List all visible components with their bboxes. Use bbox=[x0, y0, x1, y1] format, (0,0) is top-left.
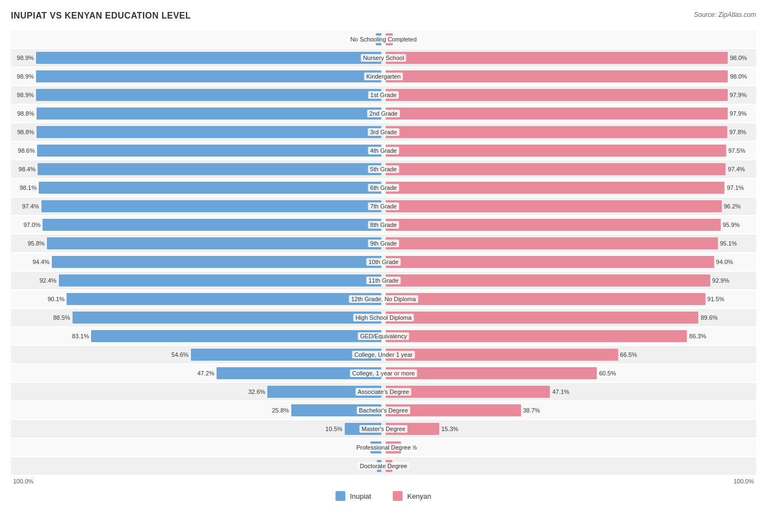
left-section: 92.4% bbox=[11, 272, 384, 289]
left-section: 94.4% bbox=[11, 253, 384, 271]
inupiat-bar bbox=[37, 145, 381, 157]
left-value-label: 98.6% bbox=[18, 147, 35, 154]
bottom-labels: 100.0% 100.0% bbox=[11, 478, 756, 485]
left-section: 98.8% bbox=[11, 123, 384, 141]
left-section: 98.8% bbox=[11, 105, 384, 122]
right-section: 97.8% bbox=[384, 123, 756, 141]
row-label: Kindergarten bbox=[364, 73, 403, 80]
row-label: Professional Degree bbox=[354, 444, 413, 451]
row-label: High School Diploma bbox=[353, 314, 414, 321]
right-section: 1.9% bbox=[384, 457, 756, 475]
right-section: 15.3% bbox=[384, 420, 756, 438]
left-value-label: 98.1% bbox=[20, 184, 37, 191]
left-section: 98.9% bbox=[11, 68, 384, 85]
left-value-label: 98.8% bbox=[17, 110, 34, 117]
chart-source: Source: ZipAtlas.com bbox=[694, 11, 756, 19]
right-section: 98.0% bbox=[384, 49, 756, 67]
right-value-label: 66.5% bbox=[620, 351, 637, 358]
right-section: 92.9% bbox=[384, 272, 756, 289]
left-value-label: 97.0% bbox=[23, 222, 40, 228]
inupiat-bar bbox=[37, 107, 381, 119]
row-label: Doctorate Degree bbox=[358, 462, 410, 470]
right-value-label: 89.6% bbox=[700, 314, 717, 321]
left-value-label: 88.5% bbox=[53, 314, 70, 321]
row-label: 11th Grade bbox=[366, 277, 400, 284]
table-row: 95.8%9th Grade95.1% bbox=[11, 235, 756, 252]
right-value-label: 97.9% bbox=[730, 92, 747, 98]
right-value-label: 95.9% bbox=[723, 222, 740, 228]
left-section: 1.5% bbox=[11, 31, 384, 48]
inupiat-bar bbox=[47, 237, 381, 249]
kenyan-bar bbox=[386, 126, 727, 138]
right-section: 38.7% bbox=[384, 402, 756, 419]
table-row: 98.8%2nd Grade97.9% bbox=[11, 105, 756, 122]
right-value-label: 96.2% bbox=[724, 203, 741, 210]
right-value-label: 97.8% bbox=[729, 129, 746, 135]
left-section: 95.8% bbox=[11, 235, 384, 252]
kenyan-bar bbox=[386, 330, 687, 342]
left-section: 1.3% bbox=[11, 457, 384, 475]
table-row: 92.4%11th Grade92.9% bbox=[11, 272, 756, 289]
table-row: 3.2%Professional Degree4.4% bbox=[11, 439, 756, 456]
kenyan-bar bbox=[386, 70, 728, 82]
kenyan-bar bbox=[386, 219, 721, 231]
right-value-label: 97.1% bbox=[727, 184, 744, 191]
left-section: 83.1% bbox=[11, 327, 384, 345]
table-row: 97.0%8th Grade95.9% bbox=[11, 216, 756, 234]
left-section: 47.2% bbox=[11, 364, 384, 382]
right-value-label: 98.0% bbox=[730, 73, 747, 80]
left-section: 88.5% bbox=[11, 309, 384, 326]
chart-header: INUPIAT VS KENYAN EDUCATION LEVEL Source… bbox=[11, 11, 756, 21]
legend-item-kenyan: Kenyan bbox=[393, 491, 431, 501]
table-row: 90.1%12th Grade, No Diploma91.5% bbox=[11, 290, 756, 308]
left-value-label: 47.2% bbox=[197, 370, 214, 376]
inupiat-bar bbox=[39, 182, 381, 194]
table-row: 32.6%Associate's Degree47.1% bbox=[11, 383, 756, 401]
table-row: 83.1%GED/Equivalency86.3% bbox=[11, 327, 756, 345]
right-value-label: 47.1% bbox=[552, 388, 569, 395]
left-section: 98.9% bbox=[11, 86, 384, 104]
right-value-label: 94.0% bbox=[716, 259, 733, 265]
row-label: 6th Grade bbox=[368, 184, 399, 192]
row-label: 2nd Grade bbox=[367, 110, 400, 117]
right-section: 94.0% bbox=[384, 253, 756, 271]
left-section: 98.6% bbox=[11, 142, 384, 159]
row-label: College, Under 1 year bbox=[352, 351, 415, 358]
kenyan-bar bbox=[386, 52, 728, 64]
row-label: College, 1 year or more bbox=[350, 369, 417, 377]
left-section: 54.6% bbox=[11, 346, 384, 363]
right-value-label: 97.4% bbox=[728, 166, 745, 172]
inupiat-legend-label: Inupiat bbox=[350, 492, 371, 500]
kenyan-bar bbox=[386, 367, 597, 379]
kenyan-bar bbox=[386, 256, 714, 268]
left-section: 98.1% bbox=[11, 179, 384, 196]
left-value-label: 98.9% bbox=[17, 73, 34, 80]
right-value-label: 38.7% bbox=[523, 407, 540, 414]
kenyan-bar bbox=[386, 274, 710, 286]
table-row: 47.2%College, 1 year or more60.5% bbox=[11, 364, 756, 382]
right-value-label: 86.3% bbox=[689, 333, 706, 339]
left-value-label: 98.8% bbox=[17, 129, 34, 135]
row-label: Nursery School bbox=[361, 54, 406, 62]
table-row: 25.8%Bachelor's Degree38.7% bbox=[11, 402, 756, 419]
kenyan-bar bbox=[386, 200, 722, 212]
right-section: 60.5% bbox=[384, 364, 756, 382]
table-row: 98.1%6th Grade97.1% bbox=[11, 179, 756, 196]
row-label: Master's Degree bbox=[359, 425, 408, 433]
left-section: 90.1% bbox=[11, 290, 384, 308]
bottom-right-label: 100.0% bbox=[734, 478, 754, 485]
left-value-label: 83.1% bbox=[72, 333, 89, 339]
left-section: 97.0% bbox=[11, 216, 384, 234]
chart-container: INUPIAT VS KENYAN EDUCATION LEVEL Source… bbox=[11, 11, 756, 501]
table-row: 98.6%4th Grade97.5% bbox=[11, 142, 756, 159]
left-value-label: 98.9% bbox=[17, 55, 34, 61]
left-value-label: 10.5% bbox=[326, 426, 343, 432]
kenyan-bar bbox=[386, 237, 718, 249]
right-section: 2.0% bbox=[384, 31, 756, 48]
row-label: Associate's Degree bbox=[356, 388, 411, 396]
kenyan-color-swatch bbox=[393, 491, 403, 501]
inupiat-bar bbox=[41, 200, 381, 212]
table-row: 98.8%3rd Grade97.8% bbox=[11, 123, 756, 141]
right-section: 98.0% bbox=[384, 68, 756, 85]
inupiat-bar bbox=[43, 219, 381, 231]
